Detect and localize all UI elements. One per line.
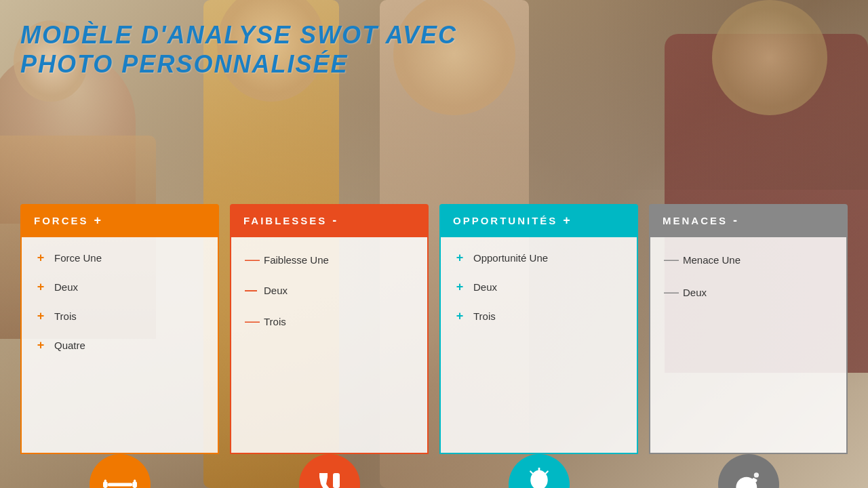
forces-icon-1: +: [35, 251, 46, 265]
opportunites-icon-3: +: [454, 309, 465, 323]
forces-item-4: + Quatre: [35, 338, 204, 352]
opportunites-header: OPPORTUNITÉS +: [439, 204, 638, 237]
opportunites-item-2: + Deux: [454, 280, 623, 294]
forces-item-1: + Force Une: [35, 251, 204, 265]
faiblesses-text-1: Faiblesse Une: [264, 254, 329, 266]
svg-rect-1: [104, 480, 106, 489]
menaces-icon-1: —: [664, 251, 675, 268]
forces-text-1: Force Une: [54, 252, 102, 264]
opportunites-title: OPPORTUNITÉS: [453, 215, 557, 226]
forces-sign: +: [94, 214, 102, 228]
forces-header: FORCES +: [20, 204, 219, 237]
forces-title: FORCES: [34, 215, 89, 226]
faiblesses-text-2: Deux: [264, 285, 288, 296]
forces-text-4: Quatre: [54, 340, 85, 351]
svg-line-13: [530, 471, 532, 473]
opportunites-text-2: Deux: [473, 281, 497, 293]
faiblesses-header: FAIBLESSES -: [230, 204, 429, 237]
opportunites-sign: +: [563, 214, 570, 228]
faiblesses-icon-2: —: [245, 283, 256, 298]
faiblesses-circle-icon: [299, 454, 360, 488]
menaces-header: MENACES -: [649, 204, 848, 237]
opportunites-circle-icon: [509, 454, 570, 488]
menaces-title: MENACES: [663, 215, 728, 226]
bulb-icon: [522, 468, 556, 488]
card-forces: FORCES + + Force Une + Deux + Trois + Qu…: [20, 204, 219, 488]
opportunites-item-3: + Trois: [454, 309, 623, 323]
forces-body: + Force Une + Deux + Trois + Quatre: [20, 237, 219, 454]
menaces-item-1: — Menace Une: [664, 251, 833, 268]
forces-icon-2: +: [35, 280, 46, 294]
forces-item-3: + Trois: [35, 309, 204, 323]
faiblesses-body: — Faiblesse Une — Deux — Trois: [230, 237, 429, 454]
svg-point-16: [753, 472, 758, 477]
card-opportunites: OPPORTUNITÉS + + Opportunité Une + Deux …: [439, 204, 638, 488]
menaces-item-2: — Deux: [664, 283, 833, 301]
svg-rect-4: [134, 480, 136, 489]
menaces-text-1: Menace Une: [683, 254, 741, 266]
svg-rect-5: [333, 473, 340, 488]
forces-icon-4: +: [35, 338, 46, 352]
forces-text-2: Deux: [54, 281, 78, 293]
faiblesses-title: FAIBLESSES: [243, 215, 327, 226]
title-area: MODÈLE D'ANALYSE SWOT AVEC PHOTO PERSONN…: [20, 20, 457, 79]
opportunites-icon-1: +: [454, 251, 465, 265]
thumbsdown-icon: [313, 468, 347, 488]
svg-rect-2: [107, 483, 132, 487]
forces-item-2: + Deux: [35, 280, 204, 294]
faiblesses-item-1: — Faiblesse Une: [245, 251, 414, 268]
forces-icon-3: +: [35, 309, 46, 323]
main-title-line2: PHOTO PERSONNALISÉE: [20, 49, 457, 79]
bomb-icon: [732, 468, 766, 488]
faiblesses-item-3: — Trois: [245, 312, 414, 330]
main-title-line1: MODÈLE D'ANALYSE SWOT AVEC: [20, 20, 457, 49]
faiblesses-icon-1: —: [245, 251, 256, 268]
menaces-body: — Menace Une — Deux: [649, 237, 848, 454]
opportunites-text-1: Opportunité Une: [473, 252, 548, 264]
cards-container: FORCES + + Force Une + Deux + Trois + Qu…: [0, 204, 868, 488]
forces-text-3: Trois: [54, 310, 77, 322]
menaces-sign: -: [733, 214, 737, 228]
svg-line-12: [546, 471, 548, 473]
opportunites-text-3: Trois: [473, 310, 496, 322]
faiblesses-item-2: — Deux: [245, 283, 414, 298]
svg-point-17: [738, 481, 745, 487]
card-faiblesses: FAIBLESSES - — Faiblesse Une — Deux — Tr…: [230, 204, 429, 488]
opportunites-item-1: + Opportunité Une: [454, 251, 623, 265]
faiblesses-sign: -: [332, 214, 336, 228]
menaces-icon-2: —: [664, 283, 675, 301]
menaces-text-2: Deux: [683, 287, 707, 298]
faiblesses-icon-3: —: [245, 312, 256, 330]
faiblesses-text-3: Trois: [264, 316, 286, 327]
opportunites-icon-2: +: [454, 280, 465, 294]
card-menaces: MENACES - — Menace Une — Deux: [649, 204, 848, 488]
barbell-icon: [103, 468, 137, 488]
menaces-circle-icon: [718, 454, 779, 488]
opportunites-body: + Opportunité Une + Deux + Trois: [439, 237, 638, 454]
forces-circle-icon: [90, 454, 151, 488]
